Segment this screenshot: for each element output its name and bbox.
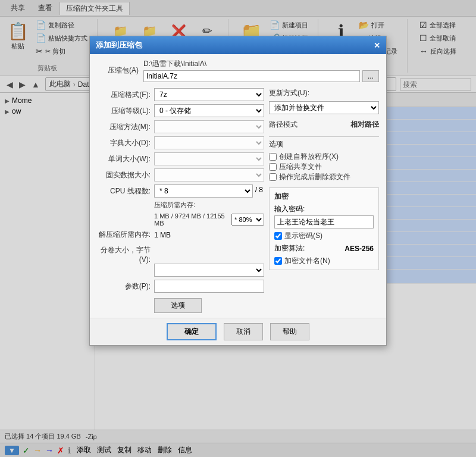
show-pwd-row: 显示密码(S) bbox=[274, 231, 374, 241]
word-label: 单词大小(W): bbox=[97, 154, 151, 164]
archive-path-row: 压缩包(A) D:\迅雷下载\InitialA\ ... bbox=[97, 59, 379, 82]
vol-input-row bbox=[97, 264, 264, 277]
archive-path-text: D:\迅雷下载\InitialA\ bbox=[143, 59, 379, 69]
update-select-row: 添加并替换文件 更新并添加文件 bbox=[269, 101, 379, 114]
update-select[interactable]: 添加并替换文件 更新并添加文件 bbox=[269, 101, 379, 114]
level-select[interactable]: 0 - 仅存储 1 - 最快 5 - 普通 9 - 极限压缩 bbox=[154, 104, 264, 117]
encrypt-name-row: 加密文件名(N) bbox=[274, 256, 374, 266]
encrypt-password-input[interactable] bbox=[274, 215, 374, 228]
opt1-row: 创建自释放程序(X) bbox=[269, 152, 379, 162]
cpu-inputs: * 8 1 2 4 8 / 8 bbox=[154, 184, 264, 198]
algo-label: 加密算法: bbox=[274, 243, 305, 253]
dialog-close-icon[interactable]: ✕ bbox=[374, 41, 380, 50]
dialog-overlay: 添加到压缩包 ✕ 压缩包(A) D:\迅雷下载\InitialA\ ... bbox=[0, 0, 476, 457]
encrypt-section: 加密 输入密码: 显示密码(S) 加密算法: AES-256 bbox=[269, 187, 379, 270]
solid-row: 固实数据大小: bbox=[97, 168, 264, 181]
options-checkboxes: 选项 创建自释放程序(X) 压缩共享文件 操作完成后删除源文件 bbox=[269, 136, 379, 182]
cpu-total-label: / 8 bbox=[254, 184, 264, 198]
ok-button[interactable]: 确定 bbox=[167, 323, 217, 340]
browse-button[interactable]: ... bbox=[362, 70, 379, 82]
cpu-row: CPU 线程数: * 8 1 2 4 8 / 8 bbox=[97, 184, 264, 198]
method-row: 压缩方法(M): bbox=[97, 120, 264, 133]
vol-label: 分卷大小，字节(V): bbox=[97, 245, 151, 264]
encrypt-name-checkbox[interactable] bbox=[274, 257, 282, 265]
dict-label: 字典大小(D): bbox=[97, 138, 151, 148]
encrypt-title: 加密 bbox=[274, 192, 374, 202]
path-mode-row: 路径模式 相对路径 bbox=[269, 120, 379, 130]
add-to-archive-dialog: 添加到压缩包 ✕ 压缩包(A) D:\迅雷下载\InitialA\ ... bbox=[89, 36, 387, 346]
param-row: 参数(P): bbox=[97, 280, 264, 293]
opt2-label: 压缩共享文件 bbox=[279, 162, 322, 172]
cpu-select[interactable]: * 8 1 2 4 8 bbox=[154, 184, 253, 198]
archive-path-label: 压缩包(A) bbox=[97, 65, 139, 76]
format-row: 压缩格式(F): 7z zip tar bbox=[97, 88, 264, 101]
method-select[interactable] bbox=[154, 120, 264, 133]
decomp-row: 解压缩所需内存: 1 MB bbox=[97, 230, 264, 240]
encrypt-name-label: 加密文件名(N) bbox=[284, 256, 330, 266]
archive-path-container: D:\迅雷下载\InitialA\ ... bbox=[143, 59, 379, 82]
encrypt-label: 输入密码: bbox=[274, 204, 374, 214]
solid-label: 固实数据大小: bbox=[97, 170, 151, 180]
update-row: 更新方式(U): bbox=[269, 88, 379, 98]
level-label: 压缩等级(L): bbox=[97, 106, 151, 116]
algo-value: AES-256 bbox=[345, 245, 374, 253]
opt2-row: 压缩共享文件 bbox=[269, 162, 379, 172]
word-select[interactable] bbox=[154, 152, 264, 165]
vol-select[interactable] bbox=[154, 264, 264, 277]
dialog-content: 压缩包(A) D:\迅雷下载\InitialA\ ... 压缩格式(F): bbox=[90, 54, 386, 318]
format-select[interactable]: 7z zip tar bbox=[154, 88, 264, 101]
dialog-left-column: 压缩格式(F): 7z zip tar 压缩等级(L): 0 - 仅存储 1 -… bbox=[97, 88, 264, 313]
dialog-buttons: 确定 取消 帮助 bbox=[90, 318, 386, 345]
compress-memory-row: 压缩所需内存: bbox=[154, 201, 264, 209]
opt3-checkbox[interactable] bbox=[269, 173, 277, 181]
show-pwd-checkbox[interactable] bbox=[274, 232, 282, 240]
compress-memory-label: 压缩所需内存: bbox=[154, 201, 195, 209]
param-label: 参数(P): bbox=[97, 281, 151, 292]
dialog-title-bar: 添加到压缩包 ✕ bbox=[90, 36, 386, 54]
compress-memory-value: 1 MB / 9724 MB / 12155 MB bbox=[154, 212, 229, 227]
dialog-title-text: 添加到压缩包 bbox=[96, 40, 142, 51]
opt2-checkbox[interactable] bbox=[269, 163, 277, 171]
decomp-value: 1 MB bbox=[154, 231, 171, 239]
show-pwd-label: 显示密码(S) bbox=[284, 231, 322, 241]
level-row: 压缩等级(L): 0 - 仅存储 1 - 最快 5 - 普通 9 - 极限压缩 bbox=[97, 104, 264, 117]
opt1-checkbox[interactable] bbox=[269, 153, 277, 161]
compress-memory-value-row: 1 MB / 9724 MB / 12155 MB * 80% 50% 100% bbox=[154, 212, 264, 227]
help-button[interactable]: 帮助 bbox=[270, 323, 309, 340]
path-mode-value: 相对路径 bbox=[350, 120, 379, 130]
opt3-row: 操作完成后删除源文件 bbox=[269, 172, 379, 182]
solid-select[interactable] bbox=[154, 168, 264, 181]
opt1-label: 创建自释放程序(X) bbox=[279, 152, 339, 162]
decomp-label: 解压缩所需内存: bbox=[97, 230, 151, 240]
dialog-columns: 压缩格式(F): 7z zip tar 压缩等级(L): 0 - 仅存储 1 -… bbox=[97, 88, 379, 313]
format-label: 压缩格式(F): bbox=[97, 90, 151, 100]
path-mode-label: 路径模式 bbox=[269, 120, 298, 130]
algo-row: 加密算法: AES-256 bbox=[274, 243, 374, 253]
cpu-label: CPU 线程数: bbox=[97, 186, 151, 196]
word-row: 单词大小(W): bbox=[97, 152, 264, 165]
memory-pct-select[interactable]: * 80% 50% 100% bbox=[231, 214, 264, 226]
dict-row: 字典大小(D): bbox=[97, 136, 264, 149]
method-label: 压缩方法(M): bbox=[97, 122, 151, 132]
update-label: 更新方式(U): bbox=[269, 88, 309, 98]
vol-row: 分卷大小，字节(V): bbox=[97, 245, 264, 264]
options-section-label: 选项 bbox=[269, 139, 379, 149]
param-input[interactable] bbox=[154, 280, 264, 293]
archive-name-input[interactable] bbox=[143, 70, 360, 82]
vol-section: 分卷大小，字节(V): bbox=[97, 245, 264, 277]
options-button[interactable]: 选项 bbox=[154, 298, 202, 313]
dialog-right-column: 更新方式(U): 添加并替换文件 更新并添加文件 路径模式 相对路径 bbox=[269, 88, 379, 313]
opt3-label: 操作完成后删除源文件 bbox=[279, 172, 350, 182]
cancel-button[interactable]: 取消 bbox=[224, 323, 263, 340]
dict-select[interactable] bbox=[154, 136, 264, 149]
